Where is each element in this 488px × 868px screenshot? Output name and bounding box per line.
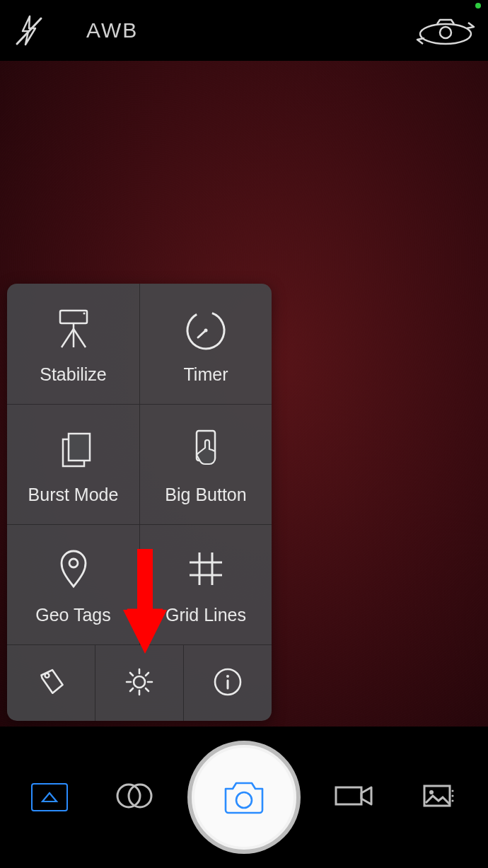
svg-rect-13 bbox=[69, 434, 90, 461]
flash-icon[interactable] bbox=[13, 14, 44, 47]
pin-icon bbox=[49, 544, 98, 594]
mode-filters-button[interactable] bbox=[103, 780, 165, 814]
panel-item-label: Geo Tags bbox=[35, 605, 111, 625]
timer-icon bbox=[181, 303, 231, 353]
panel-settings-button[interactable] bbox=[95, 645, 183, 721]
svg-rect-30 bbox=[424, 786, 450, 806]
svg-point-15 bbox=[69, 559, 78, 567]
panel-item-label: Grid Lines bbox=[165, 605, 246, 625]
svg-point-28 bbox=[236, 792, 252, 808]
panel-item-label: Burst Mode bbox=[28, 485, 119, 505]
tools-panel: Stabilize Timer bbox=[7, 284, 272, 721]
panel-item-big-button[interactable]: Big Button bbox=[139, 404, 272, 524]
svg-rect-29 bbox=[336, 787, 361, 804]
finger-tap-icon bbox=[181, 424, 231, 473]
shutter-button[interactable] bbox=[187, 741, 301, 854]
info-icon bbox=[210, 664, 245, 702]
tripod-icon bbox=[49, 303, 98, 353]
mode-exposure-button[interactable] bbox=[18, 783, 81, 811]
svg-point-2 bbox=[440, 27, 451, 38]
video-icon bbox=[333, 782, 376, 813]
svg-line-6 bbox=[62, 329, 74, 347]
panel-tag-button[interactable] bbox=[7, 645, 95, 721]
svg-point-11 bbox=[204, 328, 208, 332]
svg-point-33 bbox=[452, 795, 454, 797]
panel-info-button[interactable] bbox=[183, 645, 272, 721]
svg-rect-3 bbox=[60, 311, 87, 323]
exposure-icon bbox=[31, 783, 68, 811]
tag-icon bbox=[33, 664, 69, 702]
panel-item-timer[interactable]: Timer bbox=[139, 284, 272, 404]
gear-icon bbox=[122, 664, 157, 702]
svg-point-21 bbox=[134, 676, 145, 688]
svg-point-31 bbox=[429, 790, 434, 794]
burst-icon bbox=[49, 424, 98, 473]
camera-icon bbox=[221, 779, 267, 816]
grid-hash-icon bbox=[181, 544, 231, 594]
svg-point-4 bbox=[83, 312, 85, 314]
gallery-icon bbox=[422, 782, 455, 813]
panel-item-label: Big Button bbox=[165, 485, 246, 505]
panel-item-stabilize[interactable]: Stabilize bbox=[7, 284, 139, 404]
svg-point-32 bbox=[452, 790, 454, 792]
mode-gallery-button[interactable] bbox=[407, 782, 470, 813]
panel-item-label: Timer bbox=[184, 364, 228, 385]
switch-camera-icon[interactable] bbox=[416, 14, 475, 47]
panel-item-geo-tags[interactable]: Geo Tags bbox=[7, 524, 139, 644]
svg-line-7 bbox=[74, 329, 86, 347]
panel-item-label: Stabilize bbox=[40, 364, 107, 385]
svg-point-20 bbox=[45, 673, 50, 678]
svg-point-23 bbox=[226, 675, 229, 678]
panel-item-grid-lines[interactable]: Grid Lines bbox=[139, 524, 272, 644]
mode-video-button[interactable] bbox=[323, 782, 385, 813]
camera-top-bar: AWB bbox=[0, 0, 488, 61]
white-balance-label[interactable]: AWB bbox=[86, 18, 138, 42]
svg-point-34 bbox=[452, 800, 454, 802]
panel-item-burst-mode[interactable]: Burst Mode bbox=[7, 404, 139, 524]
camera-bottom-bar bbox=[0, 727, 488, 868]
filter-overlap-icon bbox=[115, 780, 154, 814]
